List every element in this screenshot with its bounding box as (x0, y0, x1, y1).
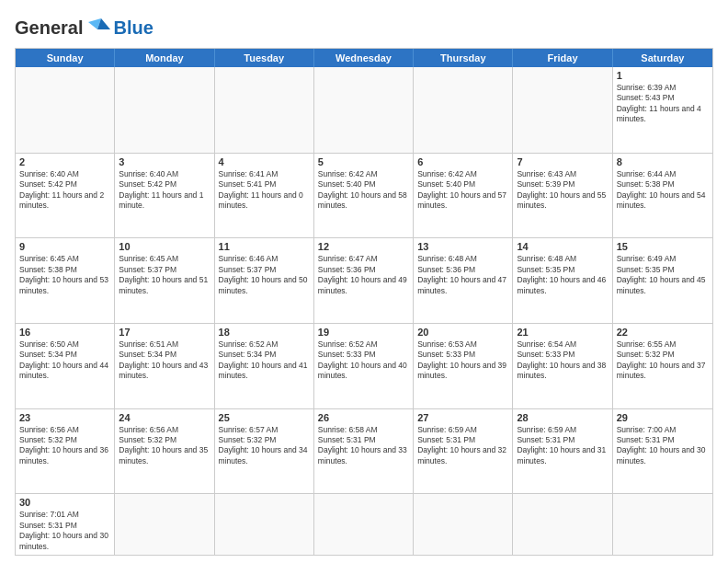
day-number: 26 (318, 412, 409, 423)
day-cell-19: 19Sunrise: 6:52 AMSunset: 5:33 PMDayligh… (314, 324, 414, 408)
day-cell-20: 20Sunrise: 6:53 AMSunset: 5:33 PMDayligh… (414, 324, 513, 408)
day-number: 22 (617, 327, 709, 338)
day-number: 8 (617, 156, 709, 167)
cell-info: Sunrise: 6:44 AMSunset: 5:38 PMDaylight:… (617, 169, 706, 210)
day-cell-29: 29Sunrise: 7:00 AMSunset: 5:31 PMDayligh… (613, 409, 712, 494)
empty-cell (215, 67, 314, 153)
calendar-body: 1Sunrise: 6:39 AMSunset: 5:43 PMDaylight… (16, 67, 712, 555)
day-cell-10: 10Sunrise: 6:45 AMSunset: 5:37 PMDayligh… (115, 238, 214, 323)
calendar-row-0: 1Sunrise: 6:39 AMSunset: 5:43 PMDaylight… (16, 67, 712, 153)
empty-cell (513, 67, 612, 153)
empty-cell (115, 494, 214, 555)
day-number: 11 (219, 241, 310, 252)
logo-bird-icon (85, 15, 110, 40)
day-cell-27: 27Sunrise: 6:59 AMSunset: 5:31 PMDayligh… (414, 409, 513, 494)
cell-info: Sunrise: 6:42 AMSunset: 5:40 PMDaylight:… (417, 169, 506, 210)
cell-info: Sunrise: 6:47 AMSunset: 5:36 PMDaylight:… (318, 254, 407, 294)
cell-info: Sunrise: 6:52 AMSunset: 5:34 PMDaylight:… (219, 339, 308, 380)
cell-info: Sunrise: 6:53 AMSunset: 5:33 PMDaylight:… (417, 339, 506, 380)
day-number: 1 (617, 70, 709, 81)
cell-info: Sunrise: 6:45 AMSunset: 5:37 PMDaylight:… (119, 254, 208, 294)
empty-cell (613, 494, 712, 555)
cell-info: Sunrise: 6:41 AMSunset: 5:41 PMDaylight:… (219, 169, 303, 210)
weekday-header-tuesday: Tuesday (215, 49, 314, 67)
cell-info: Sunrise: 6:40 AMSunset: 5:42 PMDaylight:… (119, 169, 203, 210)
empty-cell (314, 494, 414, 555)
day-cell-30: 30Sunrise: 7:01 AMSunset: 5:31 PMDayligh… (16, 494, 115, 555)
logo: General Blue (15, 15, 154, 40)
weekday-header-saturday: Saturday (613, 49, 712, 67)
day-number: 27 (417, 412, 508, 423)
logo-blue: Blue (113, 17, 153, 39)
day-cell-8: 8Sunrise: 6:44 AMSunset: 5:38 PMDaylight… (613, 154, 712, 238)
day-number: 23 (19, 412, 110, 423)
cell-info: Sunrise: 6:56 AMSunset: 5:32 PMDaylight:… (19, 425, 108, 465)
day-number: 13 (417, 241, 508, 252)
cell-info: Sunrise: 6:39 AMSunset: 5:43 PMDaylight:… (617, 83, 701, 123)
calendar-row-last: 30Sunrise: 7:01 AMSunset: 5:31 PMDayligh… (16, 493, 712, 555)
day-cell-18: 18Sunrise: 6:52 AMSunset: 5:34 PMDayligh… (215, 324, 314, 408)
day-cell-5: 5Sunrise: 6:42 AMSunset: 5:40 PMDaylight… (314, 154, 414, 238)
day-cell-13: 13Sunrise: 6:48 AMSunset: 5:36 PMDayligh… (414, 238, 513, 323)
day-cell-12: 12Sunrise: 6:47 AMSunset: 5:36 PMDayligh… (314, 238, 414, 323)
cell-info: Sunrise: 7:00 AMSunset: 5:31 PMDaylight:… (617, 425, 706, 465)
cell-info: Sunrise: 6:46 AMSunset: 5:37 PMDaylight:… (219, 254, 308, 294)
cell-info: Sunrise: 6:52 AMSunset: 5:33 PMDaylight:… (318, 339, 407, 380)
day-cell-6: 6Sunrise: 6:42 AMSunset: 5:40 PMDaylight… (414, 154, 513, 238)
day-cell-25: 25Sunrise: 6:57 AMSunset: 5:32 PMDayligh… (215, 409, 314, 494)
cell-info: Sunrise: 6:59 AMSunset: 5:31 PMDaylight:… (417, 425, 506, 465)
cell-info: Sunrise: 6:40 AMSunset: 5:42 PMDaylight:… (19, 169, 104, 210)
day-cell-16: 16Sunrise: 6:50 AMSunset: 5:34 PMDayligh… (16, 324, 115, 408)
day-cell-28: 28Sunrise: 6:59 AMSunset: 5:31 PMDayligh… (513, 409, 612, 494)
day-number: 14 (517, 241, 608, 252)
day-number: 20 (417, 327, 508, 338)
day-number: 30 (19, 497, 110, 508)
weekday-header-friday: Friday (513, 49, 612, 67)
cell-info: Sunrise: 6:45 AMSunset: 5:38 PMDaylight:… (19, 254, 108, 294)
weekday-header-wednesday: Wednesday (314, 49, 414, 67)
page: General Blue SundayMondayTuesdayWednesda… (0, 0, 728, 563)
day-cell-4: 4Sunrise: 6:41 AMSunset: 5:41 PMDaylight… (215, 154, 314, 238)
day-number: 24 (119, 412, 210, 423)
cell-info: Sunrise: 6:51 AMSunset: 5:34 PMDaylight:… (119, 339, 208, 380)
day-number: 15 (617, 241, 709, 252)
day-number: 6 (417, 156, 508, 167)
day-number: 7 (517, 156, 608, 167)
cell-info: Sunrise: 6:57 AMSunset: 5:32 PMDaylight:… (219, 425, 308, 465)
empty-cell (414, 67, 513, 153)
day-number: 12 (318, 241, 409, 252)
cell-info: Sunrise: 6:55 AMSunset: 5:32 PMDaylight:… (617, 339, 706, 380)
day-number: 25 (219, 412, 310, 423)
day-cell-11: 11Sunrise: 6:46 AMSunset: 5:37 PMDayligh… (215, 238, 314, 323)
empty-cell (314, 67, 414, 153)
day-cell-21: 21Sunrise: 6:54 AMSunset: 5:33 PMDayligh… (513, 324, 612, 408)
cell-info: Sunrise: 6:50 AMSunset: 5:34 PMDaylight:… (19, 339, 108, 380)
day-cell-7: 7Sunrise: 6:43 AMSunset: 5:39 PMDaylight… (513, 154, 612, 238)
empty-cell (414, 494, 513, 555)
cell-info: Sunrise: 6:48 AMSunset: 5:36 PMDaylight:… (417, 254, 506, 294)
day-number: 18 (219, 327, 310, 338)
day-number: 10 (119, 241, 210, 252)
day-number: 28 (517, 412, 608, 423)
day-number: 2 (19, 156, 110, 167)
calendar-row-3: 16Sunrise: 6:50 AMSunset: 5:34 PMDayligh… (16, 323, 712, 408)
day-cell-23: 23Sunrise: 6:56 AMSunset: 5:32 PMDayligh… (16, 409, 115, 494)
weekday-header-thursday: Thursday (414, 49, 513, 67)
cell-info: Sunrise: 6:43 AMSunset: 5:39 PMDaylight:… (517, 169, 606, 210)
cell-info: Sunrise: 7:01 AMSunset: 5:31 PMDaylight:… (19, 510, 108, 550)
header: General Blue (15, 15, 713, 40)
weekday-header-monday: Monday (115, 49, 214, 67)
day-cell-24: 24Sunrise: 6:56 AMSunset: 5:32 PMDayligh… (115, 409, 214, 494)
cell-info: Sunrise: 6:54 AMSunset: 5:33 PMDaylight:… (517, 339, 606, 380)
day-cell-3: 3Sunrise: 6:40 AMSunset: 5:42 PMDaylight… (115, 154, 214, 238)
day-cell-9: 9Sunrise: 6:45 AMSunset: 5:38 PMDaylight… (16, 238, 115, 323)
day-number: 3 (119, 156, 210, 167)
day-number: 9 (19, 241, 110, 252)
day-cell-1: 1Sunrise: 6:39 AMSunset: 5:43 PMDaylight… (613, 67, 712, 153)
day-number: 29 (617, 412, 709, 423)
day-cell-26: 26Sunrise: 6:58 AMSunset: 5:31 PMDayligh… (314, 409, 414, 494)
day-cell-22: 22Sunrise: 6:55 AMSunset: 5:32 PMDayligh… (613, 324, 712, 408)
day-cell-15: 15Sunrise: 6:49 AMSunset: 5:35 PMDayligh… (613, 238, 712, 323)
cell-info: Sunrise: 6:42 AMSunset: 5:40 PMDaylight:… (318, 169, 407, 210)
day-cell-2: 2Sunrise: 6:40 AMSunset: 5:42 PMDaylight… (16, 154, 115, 238)
